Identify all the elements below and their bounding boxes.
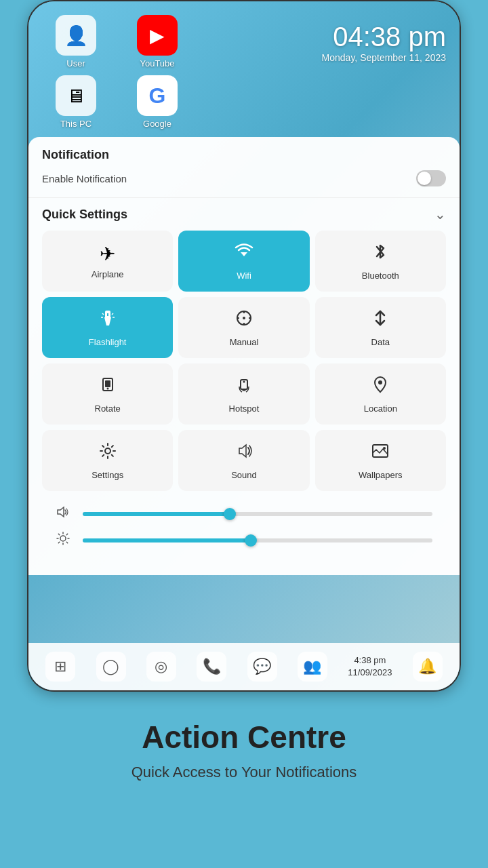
qs-item-settings[interactable]: Settings bbox=[42, 430, 173, 491]
user-icon: 👤 bbox=[56, 15, 96, 56]
svg-point-17 bbox=[106, 388, 108, 390]
brightness-icon bbox=[56, 531, 75, 549]
airplane-label: Airplane bbox=[92, 269, 124, 279]
app-subtitle: Quick Access to Your Notifications bbox=[14, 764, 474, 781]
volume-slider-row bbox=[56, 505, 432, 523]
notification-row: Enable Notification bbox=[42, 170, 446, 186]
taskbar-time-value: 4:38 pm bbox=[348, 654, 392, 667]
volume-fill bbox=[83, 512, 230, 516]
svg-line-32 bbox=[66, 534, 67, 534]
svg-line-5 bbox=[112, 313, 113, 315]
svg-point-9 bbox=[243, 317, 245, 319]
taskbar-time: 4:38 pm 11/09/2023 bbox=[348, 654, 392, 679]
qs-item-location[interactable]: Location bbox=[315, 363, 446, 425]
user-label: User bbox=[66, 58, 85, 68]
desktop-icon-thispc[interactable]: 🖥 This PC bbox=[42, 75, 110, 129]
svg-point-20 bbox=[378, 380, 382, 384]
wifi-label: Wifi bbox=[237, 271, 251, 281]
brightness-track[interactable] bbox=[83, 538, 432, 542]
notification-title: Notification bbox=[42, 148, 446, 162]
bottom-text-section: Action Centre Quick Access to Your Notif… bbox=[0, 692, 488, 795]
svg-line-4 bbox=[102, 313, 104, 315]
svg-line-29 bbox=[58, 534, 59, 534]
chevron-down-icon[interactable]: ⌄ bbox=[434, 206, 446, 222]
bluetooth-icon bbox=[370, 241, 390, 267]
thispc-label: This PC bbox=[60, 119, 92, 129]
desktop-icon-user[interactable]: 👤 User bbox=[42, 15, 110, 68]
quick-settings-grid: ✈ Airplane Wifi bbox=[42, 231, 446, 491]
data-icon bbox=[370, 308, 390, 333]
taskbar-radar-icon[interactable]: ◎ bbox=[146, 652, 176, 682]
qs-item-manual[interactable]: Manual bbox=[178, 297, 309, 358]
qs-item-bluetooth[interactable]: Bluetooth bbox=[315, 231, 446, 292]
volume-thumb[interactable] bbox=[224, 508, 236, 520]
google-label: Google bbox=[143, 119, 171, 129]
data-label: Data bbox=[371, 337, 390, 347]
sound-label: Sound bbox=[231, 470, 257, 480]
clock-area: 04:38 pm Monday, September 11, 2023 bbox=[322, 22, 446, 63]
brightness-slider-row bbox=[56, 531, 432, 549]
app-title: Action Centre bbox=[14, 719, 474, 755]
rotate-icon bbox=[98, 374, 118, 399]
phone-frame: 04:38 pm Monday, September 11, 2023 👤 Us… bbox=[27, 0, 461, 692]
taskbar-grid-icon[interactable]: ⊞ bbox=[45, 652, 75, 682]
svg-line-31 bbox=[58, 542, 59, 542]
svg-marker-0 bbox=[241, 252, 247, 256]
brightness-thumb[interactable] bbox=[245, 534, 257, 547]
manual-icon bbox=[234, 308, 254, 333]
google-icon: G bbox=[137, 75, 178, 116]
qs-item-flashlight[interactable]: Flashlight bbox=[42, 297, 173, 358]
enable-notification-toggle[interactable] bbox=[416, 170, 446, 186]
svg-rect-16 bbox=[105, 380, 110, 387]
hotspot-icon bbox=[234, 374, 254, 399]
clock-date: Monday, September 11, 2023 bbox=[322, 52, 446, 63]
location-label: Location bbox=[364, 403, 397, 414]
quick-settings-header: Quick Settings ⌄ bbox=[42, 206, 446, 222]
qs-item-wifi[interactable]: Wifi bbox=[178, 231, 309, 292]
desktop-icon-youtube[interactable]: ▶ YouTube bbox=[123, 15, 191, 68]
svg-marker-2 bbox=[104, 317, 111, 326]
svg-point-23 bbox=[383, 447, 386, 450]
qs-item-hotspot[interactable]: Hotspot bbox=[178, 363, 309, 425]
thispc-icon: 🖥 bbox=[56, 75, 96, 116]
svg-point-24 bbox=[60, 536, 66, 541]
wifi-icon bbox=[234, 241, 254, 267]
desktop-icon-google[interactable]: G Google bbox=[123, 75, 191, 129]
flashlight-icon bbox=[98, 308, 118, 333]
taskbar-people-icon[interactable]: 👥 bbox=[298, 652, 327, 682]
taskbar: ⊞ ◯ ◎ 📞 💬 👥 4:38 pm 11/09/2023 🔔 bbox=[28, 643, 460, 690]
wallpapers-icon bbox=[370, 441, 390, 466]
overlay-panel: Notification Enable Notification Quick S… bbox=[28, 137, 460, 575]
taskbar-chat-icon[interactable]: 💬 bbox=[247, 652, 277, 682]
sound-icon bbox=[234, 441, 254, 466]
youtube-label: YouTube bbox=[140, 58, 174, 68]
qs-item-wallpapers[interactable]: Wallpapers bbox=[315, 430, 446, 491]
manual-label: Manual bbox=[230, 337, 259, 347]
taskbar-circle-icon[interactable]: ◯ bbox=[96, 652, 126, 682]
qs-item-data[interactable]: Data bbox=[315, 297, 446, 358]
qs-item-airplane[interactable]: ✈ Airplane bbox=[42, 231, 173, 292]
svg-point-19 bbox=[243, 381, 245, 383]
hotspot-label: Hotspot bbox=[229, 403, 260, 414]
rotate-label: Rotate bbox=[95, 403, 121, 414]
airplane-icon: ✈ bbox=[100, 243, 115, 265]
quick-settings-section: Quick Settings ⌄ ✈ Airplane bbox=[28, 198, 460, 568]
taskbar-notification-icon[interactable]: 🔔 bbox=[413, 652, 443, 682]
volume-icon bbox=[56, 505, 75, 523]
svg-line-30 bbox=[66, 542, 67, 542]
slider-section bbox=[42, 502, 446, 560]
settings-icon bbox=[98, 441, 118, 466]
clock-time: 04:38 pm bbox=[322, 22, 446, 52]
enable-notification-label: Enable Notification bbox=[42, 173, 127, 184]
notification-section: Notification Enable Notification bbox=[28, 137, 460, 198]
volume-track[interactable] bbox=[83, 512, 432, 516]
svg-point-21 bbox=[105, 448, 110, 454]
location-icon bbox=[370, 374, 390, 399]
phone-screen: 04:38 pm Monday, September 11, 2023 👤 Us… bbox=[27, 0, 461, 692]
taskbar-date-value: 11/09/2023 bbox=[348, 667, 392, 679]
qs-item-sound[interactable]: Sound bbox=[178, 430, 309, 491]
qs-item-rotate[interactable]: Rotate bbox=[42, 363, 173, 425]
quick-settings-title: Quick Settings bbox=[42, 208, 127, 222]
settings-label: Settings bbox=[92, 470, 123, 480]
taskbar-phone-icon[interactable]: 📞 bbox=[197, 652, 226, 682]
